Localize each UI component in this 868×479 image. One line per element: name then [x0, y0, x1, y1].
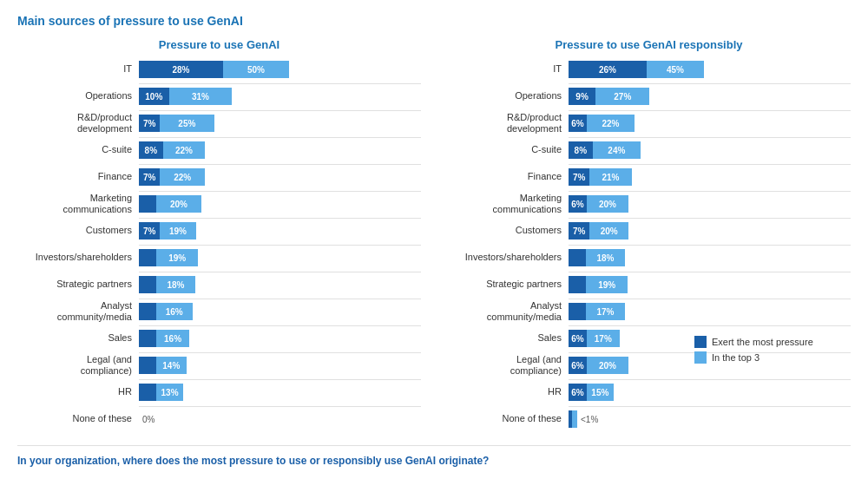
- bar-container: 6%22%: [569, 115, 851, 132]
- bar-dark: 8%: [569, 141, 593, 159]
- bar-row: None of these<1%: [447, 410, 851, 429]
- bar-row: Operations9%27%: [447, 87, 851, 106]
- bar-light: 20%: [587, 195, 628, 213]
- bar-dark: 10%: [139, 88, 169, 105]
- row-divider: [569, 191, 851, 192]
- bar-dark: [569, 276, 586, 293]
- bar-row: None of these0%: [17, 410, 421, 429]
- bar-container: 13%: [139, 384, 421, 401]
- row-divider: [139, 272, 421, 272]
- bar-row: Customers7%20%: [447, 221, 851, 240]
- bar-container: 19%: [569, 276, 851, 293]
- bar-light: 18%: [586, 249, 625, 266]
- bar-label: Finance: [17, 171, 139, 182]
- bar-dark: [139, 195, 156, 213]
- bar-label: Operations: [17, 90, 139, 102]
- bar-container: 6%20%: [569, 195, 851, 213]
- bar-container: 0%: [139, 410, 421, 428]
- bar-dark: 28%: [139, 61, 223, 78]
- bar-light: 21%: [589, 168, 631, 186]
- bar-dark: 9%: [569, 88, 595, 105]
- bar-label: Customers: [447, 225, 569, 236]
- bar-row: Analystcommunity/media16%: [17, 302, 421, 321]
- legend-dark: Exert the most pressure: [694, 336, 833, 348]
- row-divider: [569, 137, 851, 138]
- bar-dark: [139, 357, 156, 374]
- bar-light: 19%: [160, 222, 196, 240]
- bar-row: Finance7%22%: [17, 167, 421, 187]
- bar-container: <1%: [569, 410, 851, 428]
- bar-container: 28%50%: [139, 61, 421, 78]
- bar-label: Strategic partners: [17, 279, 139, 290]
- bar-light: 24%: [593, 141, 641, 159]
- bar-label: C-suite: [447, 144, 569, 155]
- bar-container: 9%27%: [569, 88, 851, 105]
- bar-dark: 7%: [569, 168, 589, 186]
- bar-dark: 26%: [569, 61, 647, 78]
- bar-label: R&D/productdevelopment: [17, 112, 139, 135]
- bar-light: 16%: [156, 330, 189, 347]
- bar-light: 31%: [169, 88, 233, 105]
- chart1: Pressure to use GenAI IT28%50%Operations…: [17, 38, 421, 433]
- bar-label: Operations: [447, 90, 569, 102]
- bar-container: 7%19%: [139, 222, 421, 240]
- bar-light: 18%: [156, 276, 195, 293]
- bar-container: 7%21%: [569, 168, 851, 186]
- bar-label: Marketingcommunications: [17, 193, 139, 215]
- row-divider: [139, 191, 421, 192]
- bar-label: IT: [447, 63, 569, 75]
- bar-light: 20%: [156, 195, 201, 213]
- bar-dark: 6%: [569, 115, 587, 132]
- bar-label: HR: [17, 386, 139, 397]
- bar-row: Customers7%19%: [17, 221, 421, 240]
- bar-row: IT26%45%: [447, 60, 851, 79]
- bar-label: HR: [447, 386, 569, 397]
- bar-light: 20%: [589, 222, 628, 240]
- bar-label: Legal (andcompliance): [447, 354, 569, 377]
- row-divider: [569, 406, 851, 407]
- bar-dark: 7%: [139, 168, 160, 186]
- legend-dark-box: [694, 336, 707, 348]
- bar-row: Marketingcommunications6%20%: [447, 194, 851, 213]
- bar-light: 45%: [647, 61, 704, 78]
- bar-container: 10%31%: [139, 88, 421, 105]
- chart1-rows: IT28%50%Operations10%31%R&D/productdevel…: [17, 60, 421, 429]
- bar-label: R&D/productdevelopment: [447, 112, 569, 135]
- bar-container: 8%24%: [569, 141, 851, 159]
- row-divider: [569, 83, 851, 84]
- bar-container: 14%: [139, 357, 421, 374]
- bar-dark: 8%: [139, 141, 163, 159]
- bar-zero-label: 0%: [142, 415, 155, 424]
- charts-wrapper: Pressure to use GenAI IT28%50%Operations…: [17, 38, 851, 433]
- bar-light: 22%: [160, 168, 205, 186]
- bar-container: 7%25%: [139, 115, 421, 132]
- bar-dark: 7%: [569, 222, 589, 240]
- bar-dark: [569, 303, 586, 320]
- bar-light: 20%: [587, 357, 628, 374]
- bar-dark: [139, 249, 156, 266]
- bar-label: Customers: [17, 225, 139, 236]
- bar-row: R&D/productdevelopment7%25%: [17, 114, 421, 133]
- row-divider: [139, 352, 421, 353]
- bar-container: 26%45%: [569, 61, 851, 78]
- bar-dark: 7%: [139, 222, 160, 240]
- bar-label: Legal (andcompliance): [17, 354, 139, 377]
- bar-dark: [139, 330, 156, 347]
- bar-row: Strategic partners19%: [447, 275, 851, 294]
- bar-container: 18%: [139, 276, 421, 293]
- row-divider: [139, 245, 421, 246]
- bar-dark: 6%: [569, 330, 587, 347]
- bar-row: Finance7%21%: [447, 167, 851, 187]
- bar-label: Investors/shareholders: [447, 252, 569, 263]
- row-divider: [569, 272, 851, 272]
- bar-light: 27%: [595, 88, 649, 105]
- legend-light: In the top 3: [694, 351, 833, 364]
- bar-label: Analystcommunity/media: [17, 300, 139, 323]
- bar-label: IT: [17, 63, 139, 75]
- bar-row: Operations10%31%: [17, 87, 421, 106]
- row-divider: [569, 164, 851, 165]
- bar-light: 19%: [586, 276, 628, 293]
- row-divider: [139, 110, 421, 111]
- bar-container: 7%22%: [139, 168, 421, 186]
- bar-dark: 6%: [569, 384, 587, 401]
